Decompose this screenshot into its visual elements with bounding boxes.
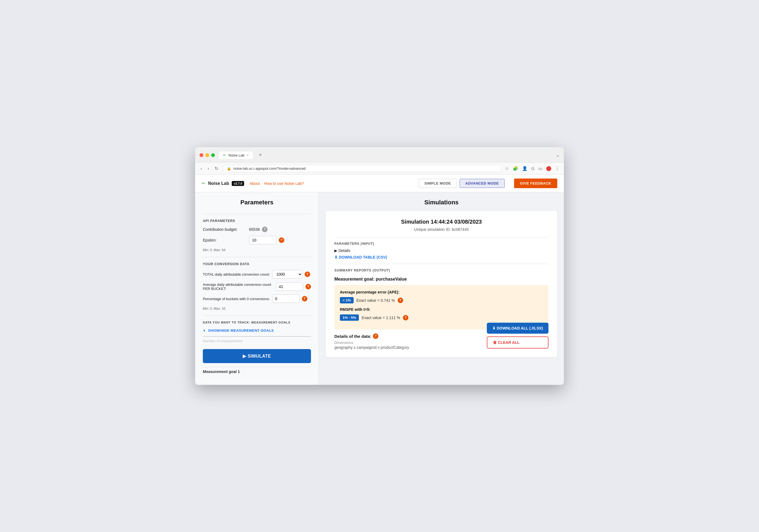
browser-more-icon[interactable]: ⋮ <box>555 166 559 171</box>
measurement-section-label: DATA YOU WANT TO TRACK: MEASUREMENT GOAL… <box>203 321 311 324</box>
avg-daily-input[interactable] <box>276 283 303 291</box>
advanced-mode-button[interactable]: ADVANCED MODE <box>459 179 505 188</box>
app-header: ✏ Noise Lab v2.7.0 About How to use Nois… <box>195 175 564 192</box>
address-bar: ‹ › ↻ 🔒 noise-lab.uc.r.appspot.com/?mode… <box>195 163 564 175</box>
version-badge: v2.7.0 <box>232 181 244 186</box>
download-csv-link[interactable]: ⬇ DOWNLOAD TABLE (CSV) <box>334 255 548 259</box>
forward-button[interactable]: › <box>206 165 210 172</box>
avg-daily-block: Average daily attributable conversion co… <box>203 283 311 291</box>
left-panel: Parameters API PARAMETERS Contribution b… <box>195 192 319 385</box>
simulation-id: Unique simulation ID: bc067445 <box>334 227 548 232</box>
rmspe-label: RMSPE with t=5: <box>340 307 543 312</box>
toggle-arrow-icon: ▼ <box>203 329 206 332</box>
pct-zero-help-icon[interactable]: ? <box>302 296 307 301</box>
right-panel: Simulations Simulation 14:44:24 03/08/20… <box>319 192 564 385</box>
rmspe-help-icon[interactable]: ? <box>403 315 408 321</box>
api-section-label: API PARAMETERS <box>203 219 311 223</box>
conversion-section-label: YOUR CONVERSION DATA <box>203 262 311 266</box>
pct-zero-label: Percentage of buckets with 0 conversions… <box>203 297 270 301</box>
download-all-button[interactable]: ⬇ DOWNLOAD ALL (.XLSX) <box>487 323 548 334</box>
number-of-measurement-blurred: Number of measurement <box>203 336 311 343</box>
maximize-window-button[interactable] <box>211 153 215 157</box>
ape-label: Average percentage error (APE): <box>340 290 543 294</box>
measurement-goal-title: Measurement goal: purchaseValue <box>334 277 548 282</box>
tab-bar: ✏ Noise Lab × + <box>218 150 265 160</box>
title-bar: ✏ Noise Lab × + ⌄ <box>195 147 564 163</box>
show-hide-measurement-link[interactable]: ▼ SHOW/HIDE MEASUREMENT GOALS <box>203 328 274 332</box>
avg-daily-help-icon[interactable]: ? <box>305 284 311 289</box>
pct-zero-block: Percentage of buckets with 0 conversions… <box>203 295 311 311</box>
ape-result-row: < 1% Exact value = 0.741 % ? <box>340 297 543 303</box>
back-button[interactable]: ‹ <box>200 165 203 172</box>
tab-favicon: ✏ <box>223 153 226 157</box>
minimize-window-button[interactable] <box>205 153 209 157</box>
clear-all-button[interactable]: 🗑 CLEAR ALL <box>487 336 548 349</box>
epsilon-input[interactable] <box>249 236 277 244</box>
total-daily-label: TOTAL daily attributable conversion coun… <box>203 272 270 277</box>
simple-mode-button[interactable]: SIMPLE MODE <box>419 179 457 188</box>
header-modes: SIMPLE MODE ADVANCED MODE GIVE FEEDBACK <box>419 178 557 188</box>
logo-pencil-icon: ✏ <box>202 181 205 186</box>
simulation-card: Simulation 14:44:24 03/08/2023 Unique si… <box>326 211 557 357</box>
main-layout: Parameters API PARAMETERS Contribution b… <box>195 192 564 385</box>
new-tab-button[interactable]: + <box>256 150 265 160</box>
ape-help-icon[interactable]: ? <box>398 298 403 303</box>
sidebar-icon[interactable]: ▭ <box>538 166 542 171</box>
right-panel-title: Simulations <box>326 199 557 206</box>
how-to-link[interactable]: How to use Noise Lab? <box>264 181 304 186</box>
tab-close-button[interactable]: × <box>247 153 249 157</box>
bookmark-icon[interactable]: ☆ <box>505 166 509 171</box>
show-hide-label: SHOW/HIDE MEASUREMENT GOALS <box>208 328 274 332</box>
close-window-button[interactable] <box>200 153 203 157</box>
window-controls <box>200 153 215 157</box>
browser-toolbar-icons: ☆ 🧩 👤 G ▭ ⋮ <box>505 166 559 171</box>
feedback-button[interactable]: GIVE FEEDBACK <box>514 178 557 188</box>
rmspe-result-row: 1% - 5% Exact value = 1.111 % ? <box>340 315 543 321</box>
total-daily-help-icon[interactable]: ? <box>305 272 310 277</box>
reload-button[interactable]: ↻ <box>214 165 219 172</box>
epsilon-block: Epsilon: ? Min: 0, Max: 64 <box>203 236 311 252</box>
pct-zero-row: Percentage of buckets with 0 conversions… <box>203 295 311 303</box>
pct-zero-input[interactable] <box>272 295 300 303</box>
avg-daily-label: Average daily attributable conversion co… <box>203 283 273 291</box>
rmspe-badge: 1% - 5% <box>340 315 359 321</box>
rmspe-exact-value: Exact value = 1.111 % <box>362 316 400 320</box>
params-section-label: PARAMETERS (INPUT) <box>334 242 548 246</box>
browser-window: ✏ Noise Lab × + ⌄ ‹ › ↻ 🔒 noise-lab.uc.r… <box>195 147 564 385</box>
contribution-budget-help-icon[interactable]: ? <box>262 227 267 232</box>
details-data-help-icon[interactable]: ? <box>373 333 379 339</box>
url-bar[interactable]: 🔒 noise-lab.uc.r.appspot.com/?mode=advan… <box>222 165 502 172</box>
ape-exact-value: Exact value = 0.741 % <box>356 298 395 303</box>
ape-badge: < 1% <box>340 297 354 303</box>
epsilon-label: Epsilon: <box>203 238 247 242</box>
about-link[interactable]: About <box>250 181 260 186</box>
total-daily-block: TOTAL daily attributable conversion coun… <box>203 270 311 279</box>
contribution-budget-row: Contribution budget: 65536 ? <box>203 227 311 232</box>
details-toggle[interactable]: ▶ Details <box>334 248 548 253</box>
tab-title: Noise Lab <box>228 153 245 157</box>
header-links: About How to use Noise Lab? <box>250 181 304 186</box>
total-daily-row: TOTAL daily attributable conversion coun… <box>203 270 311 279</box>
profile-icon[interactable]: 👤 <box>522 166 528 171</box>
pct-zero-hint: Min: 0, Max: 10 <box>203 307 311 311</box>
left-panel-title: Parameters <box>203 199 311 206</box>
summary-section-label: SUMMARY REPORTS (OUTPUT) <box>334 268 548 272</box>
logo-text: Noise Lab <box>208 181 229 186</box>
user-avatar-icon[interactable] <box>546 166 551 171</box>
extensions-icon[interactable]: 🧩 <box>513 166 518 171</box>
simulation-title: Simulation 14:44:24 03/08/2023 <box>334 219 548 225</box>
total-daily-select[interactable]: 1000 500 2000 <box>272 270 302 279</box>
contribution-budget-label: Contribution budget: <box>203 227 247 232</box>
contribution-budget-value: 65536 <box>249 227 260 232</box>
browser-menu-icon[interactable]: ⌄ <box>556 152 559 158</box>
avg-daily-row: Average daily attributable conversion co… <box>203 283 311 291</box>
epsilon-hint: Min: 0, Max: 64 <box>203 248 311 252</box>
url-text: noise-lab.uc.r.appspot.com/?mode=advance… <box>233 167 306 171</box>
measurement-goal-preview: Measurement goal 1 <box>203 367 311 376</box>
grammarly-icon[interactable]: G <box>532 167 535 171</box>
epsilon-row: Epsilon: ? <box>203 236 311 244</box>
epsilon-help-icon[interactable]: ? <box>279 237 284 243</box>
logo-area: ✏ Noise Lab v2.7.0 <box>202 181 244 186</box>
browser-tab[interactable]: ✏ Noise Lab × <box>218 151 254 159</box>
simulate-button[interactable]: ▶ SIMULATE <box>203 349 311 363</box>
